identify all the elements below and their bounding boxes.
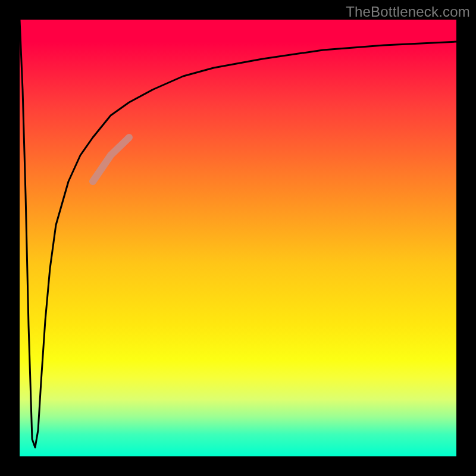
- chart-frame: TheBottleneck.com: [0, 0, 476, 476]
- plot-area: [20, 20, 456, 456]
- highlight-segment: [93, 137, 129, 181]
- bottleneck-curve: [20, 20, 456, 447]
- watermark-text: TheBottleneck.com: [346, 4, 470, 20]
- curve-layer: [20, 20, 456, 456]
